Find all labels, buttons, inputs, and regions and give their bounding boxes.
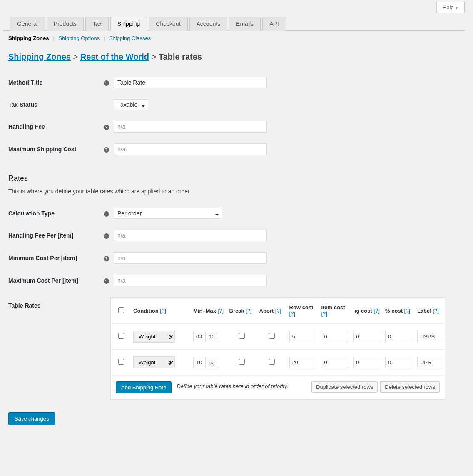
tab-checkout[interactable]: Checkout [149, 17, 187, 31]
main-tabs: General Products Tax Shipping Checkout A… [3, 13, 465, 31]
label-input[interactable] [417, 357, 442, 368]
delete-rows-button[interactable]: Delete selected rows [380, 381, 440, 393]
rates-description: This is where you define your table rate… [0, 185, 473, 197]
calc-type-select[interactable]: Per order [114, 208, 222, 219]
breadcrumb: Shipping Zones > Rest of the World > Tab… [0, 45, 473, 66]
pct-cost-input[interactable] [385, 357, 412, 368]
min-input[interactable] [193, 331, 206, 342]
table-rates-label: Table Rates [8, 297, 110, 400]
subtab-options[interactable]: Shipping Options [58, 35, 100, 41]
row-cost-input[interactable] [289, 357, 316, 368]
label-input[interactable] [417, 331, 442, 342]
help-link[interactable]: [?] [404, 308, 410, 314]
abort-checkbox[interactable] [269, 333, 275, 339]
min-input[interactable] [193, 357, 206, 368]
rates-heading: Rates [0, 166, 473, 185]
method-title-label: Method Title [8, 79, 102, 86]
kg-cost-input[interactable] [353, 331, 380, 342]
crumb-zones[interactable]: Shipping Zones [8, 52, 71, 61]
help-icon[interactable]: ? [102, 278, 110, 284]
tax-status-select[interactable]: Taxable [114, 99, 148, 110]
calc-type-label: Calculation Type [8, 210, 102, 217]
save-changes-button[interactable]: Save changes [8, 412, 55, 425]
th-abort: Abort [259, 308, 274, 314]
tab-tax[interactable]: Tax [85, 17, 109, 31]
pct-cost-input[interactable] [385, 331, 412, 342]
help-link[interactable]: [?] [289, 311, 295, 317]
help-icon[interactable]: ? [102, 255, 110, 261]
kg-cost-input[interactable] [353, 357, 380, 368]
crumb-current: Table rates [159, 52, 202, 61]
help-icon[interactable]: ? [102, 124, 110, 130]
help-link[interactable]: [?] [160, 308, 166, 314]
tab-shipping[interactable]: Shipping [110, 17, 147, 31]
th-pct-cost: % cost [385, 308, 403, 314]
tax-status-label: Tax Status [8, 101, 102, 108]
help-icon[interactable]: ? [102, 146, 110, 153]
help-link[interactable]: [?] [433, 308, 438, 314]
rates-table: Condition [?] Min–Max [?] Break [?] Abor… [110, 297, 445, 400]
help-icon[interactable]: ? [102, 233, 110, 239]
handling-per-input[interactable] [114, 230, 267, 241]
tab-accounts[interactable]: Accounts [189, 17, 228, 31]
th-row-cost: Row cost [289, 304, 314, 311]
handling-fee-input[interactable] [114, 121, 267, 133]
help-link[interactable]: [?] [275, 308, 281, 314]
break-checkbox[interactable] [239, 359, 245, 365]
item-cost-input[interactable] [321, 357, 348, 368]
tab-general[interactable]: General [10, 17, 45, 31]
sub-tabs: Shipping Zones | Shipping Options | Ship… [0, 31, 473, 45]
th-break: Break [229, 308, 244, 314]
item-cost-input[interactable] [321, 331, 348, 342]
max-cost-per-label: Maximum Cost Per [item] [8, 277, 102, 284]
max-shipping-input[interactable] [114, 143, 267, 155]
max-input[interactable] [206, 331, 218, 342]
method-title-input[interactable] [114, 77, 267, 88]
min-cost-per-input[interactable] [114, 252, 267, 264]
row-checkbox[interactable] [118, 333, 124, 339]
condition-select[interactable]: Weight [133, 356, 175, 368]
help-link[interactable]: [?] [373, 308, 379, 314]
help-button[interactable]: Help [436, 2, 465, 13]
table-row: Weight [111, 324, 445, 350]
help-link[interactable]: [?] [321, 311, 327, 317]
table-row: Weight [111, 350, 445, 376]
tab-api[interactable]: API [262, 17, 286, 31]
abort-checkbox[interactable] [269, 359, 275, 365]
select-all-checkbox[interactable] [118, 307, 124, 313]
row-cost-input[interactable] [289, 331, 316, 342]
th-item-cost: Item cost [321, 304, 345, 311]
subtab-classes[interactable]: Shipping Classes [109, 35, 151, 41]
max-cost-per-input[interactable] [114, 275, 267, 286]
th-minmax: Min–Max [193, 308, 216, 314]
max-shipping-label: Maximum Shipping Cost [8, 146, 102, 153]
tab-emails[interactable]: Emails [229, 17, 261, 31]
subtab-zones[interactable]: Shipping Zones [8, 35, 49, 41]
help-icon[interactable]: ? [102, 80, 110, 86]
th-condition: Condition [133, 308, 159, 314]
handling-per-label: Handling Fee Per [item] [8, 232, 102, 239]
min-cost-per-label: Minimum Cost Per [item] [8, 255, 102, 261]
crumb-sep: > [73, 52, 78, 61]
separator: | [53, 35, 54, 41]
duplicate-rows-button[interactable]: Duplicate selected rows [311, 381, 378, 393]
add-shipping-rate-button[interactable]: Add Shipping Rate [116, 381, 172, 393]
th-kg-cost: kg cost [353, 308, 372, 314]
crumb-sep: > [152, 52, 157, 61]
footer-hint: Define your table rates here in order of… [177, 381, 306, 389]
max-input[interactable] [206, 357, 218, 368]
crumb-rest[interactable]: Rest of the World [80, 52, 149, 61]
handling-fee-label: Handling Fee [8, 123, 102, 130]
break-checkbox[interactable] [239, 333, 245, 339]
condition-select[interactable]: Weight [133, 331, 175, 343]
separator: | [104, 35, 105, 41]
tab-products[interactable]: Products [47, 17, 84, 31]
help-link[interactable]: [?] [218, 308, 224, 314]
row-checkbox[interactable] [118, 359, 124, 365]
help-link[interactable]: [?] [246, 308, 251, 314]
th-label: Label [417, 308, 431, 314]
help-icon[interactable]: ? [102, 210, 110, 217]
